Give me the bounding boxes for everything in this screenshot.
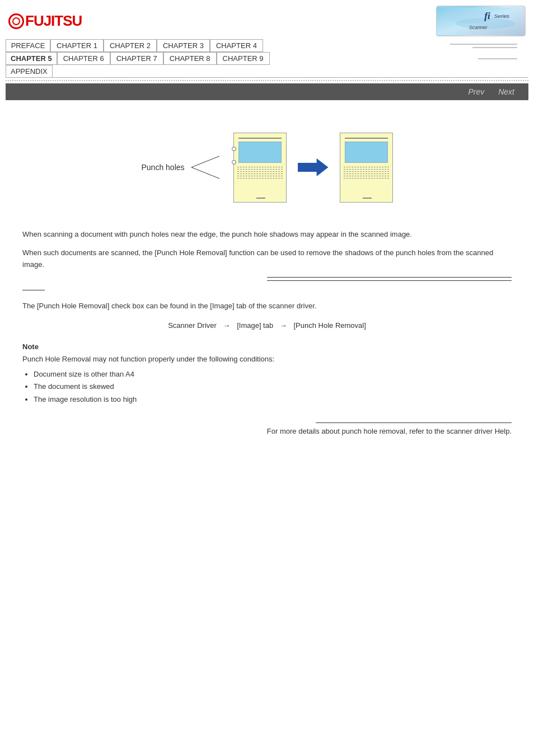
nav-spacer-1: [263, 39, 528, 52]
header: FUJITSU fi Series Scanner: [0, 0, 534, 39]
underline-rule-2: [267, 280, 512, 281]
path-navigation: Scanner Driver → [Image] tab → [Punch Ho…: [22, 321, 512, 330]
nav-item-ch4[interactable]: CHAPTER 4: [210, 39, 263, 52]
text-paragraph-2: When such documents are scanned, the [Pu…: [22, 247, 512, 271]
nav-item-appendix[interactable]: APPENDIX: [6, 65, 53, 78]
punch-hole-1: [232, 147, 236, 151]
fi-series-logo: fi Series Scanner: [436, 6, 526, 36]
svg-text:fi: fi: [484, 10, 490, 21]
nav-item-ch2[interactable]: CHAPTER 2: [104, 39, 157, 52]
path-1: Scanner Driver: [168, 321, 217, 330]
nav-item-ch9[interactable]: CHAPTER 9: [217, 52, 270, 65]
dotted-separator: [6, 80, 528, 81]
nav-item-ch3[interactable]: CHAPTER 3: [157, 39, 210, 52]
nav-row-1: PREFACE CHAPTER 1 CHAPTER 2 CHAPTER 3 CH…: [6, 39, 528, 52]
nav-area: PREFACE CHAPTER 1 CHAPTER 2 CHAPTER 3 CH…: [0, 39, 534, 78]
text-paragraph-3: The [Punch Hole Removal] check box can b…: [22, 300, 512, 312]
main-content: Punch holes: [0, 100, 534, 451]
condition-1: Document size is other than A4: [34, 368, 512, 381]
condition-2: The document is skewed: [34, 381, 512, 393]
after-document: [340, 133, 393, 203]
nav-spacer-3: [53, 65, 528, 78]
right-arrow: [298, 158, 329, 176]
svg-text:Series: Series: [494, 13, 510, 19]
underline-rule-1: [267, 277, 512, 278]
path-arrow-2: →: [280, 321, 287, 330]
short-line-note: [22, 285, 512, 294]
diagram-section: Punch holes: [113, 123, 421, 212]
fujitsu-logo: FUJITSU: [8, 12, 82, 30]
svg-text:Scanner: Scanner: [469, 24, 488, 30]
logo-circle-icon: [8, 13, 24, 29]
prev-button[interactable]: Prev: [462, 86, 490, 97]
nav-spacer-2: [270, 52, 528, 65]
nav-row-2: CHAPTER 5 CHAPTER 6 CHAPTER 7 CHAPTER 8 …: [6, 52, 528, 65]
punch-holes-label-group: Punch holes: [141, 145, 224, 190]
path-2: [Image] tab: [237, 321, 273, 330]
punch-hole-2: [232, 160, 236, 165]
path-3: [Punch Hole Removal]: [293, 321, 366, 330]
note-section: Note Punch Hole Removal may not function…: [22, 341, 512, 405]
next-button[interactable]: Next: [493, 86, 520, 97]
note-text: Punch Hole Removal may not function prop…: [22, 353, 512, 365]
nav-item-preface[interactable]: PREFACE: [6, 39, 50, 52]
svg-line-7: [191, 167, 219, 179]
nav-item-ch5[interactable]: CHAPTER 5: [6, 52, 57, 65]
fi-series-banner-svg: fi Series Scanner: [437, 7, 521, 36]
connector-lines-svg: [191, 145, 225, 190]
nav-buttons-bar: Prev Next: [6, 83, 528, 100]
punch-holes-label: Punch holes: [141, 163, 184, 172]
see-also-rule: [316, 422, 512, 423]
path-arrow-1: →: [223, 321, 231, 330]
nav-item-ch7[interactable]: CHAPTER 7: [110, 52, 163, 65]
svg-line-6: [191, 156, 219, 167]
text-paragraph-1: When scanning a document with punch hole…: [22, 229, 512, 241]
condition-3: The image resolution is too high: [34, 393, 512, 406]
before-document: [233, 133, 287, 203]
nav-item-ch1[interactable]: CHAPTER 1: [50, 39, 104, 52]
nav-item-ch8[interactable]: CHAPTER 8: [163, 52, 217, 65]
nav-row-3: APPENDIX: [6, 65, 528, 78]
see-also-text: For more details about punch hole remova…: [22, 426, 512, 438]
note-intro: Note: [22, 342, 39, 351]
nav-item-ch6[interactable]: CHAPTER 6: [57, 52, 110, 65]
logo-text: FUJITSU: [25, 12, 82, 30]
